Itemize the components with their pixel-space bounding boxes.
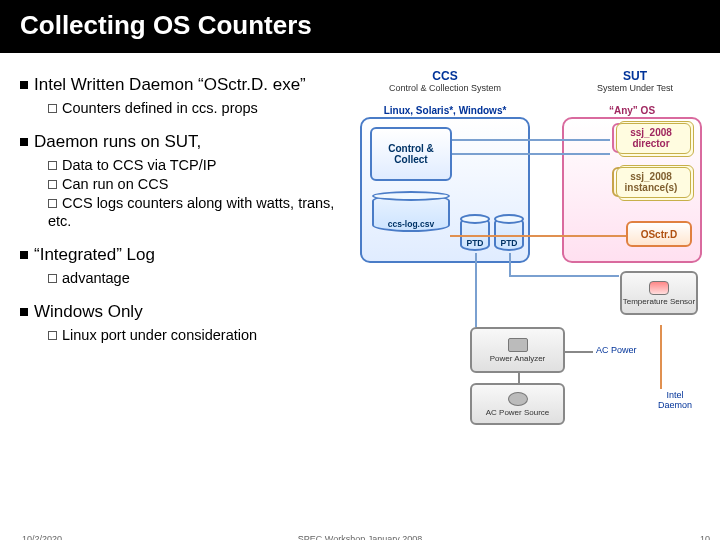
temp-sensor-box: Temperature Sensor <box>620 271 698 315</box>
conn-ptd-analyzer-1 <box>475 253 477 327</box>
bullet-1: Intel Written Daemon “OSctr.D. exe” <box>20 75 350 95</box>
bullet-1-text: Intel Written Daemon “OSctr.D. exe” <box>34 75 306 94</box>
control-collect-box: Control & Collect <box>370 127 452 181</box>
csv-cylinder: ccs-log.csv <box>372 194 450 232</box>
power-analyzer-box: Power Analyzer <box>470 327 565 373</box>
bullet-2c: CCS logs counters along with watts, tran… <box>48 194 350 232</box>
ptd-left-2: PTD <box>494 217 524 251</box>
ac-power-label: AC Power <box>596 345 637 355</box>
analyzer-icon <box>508 338 528 352</box>
conn-analyzer-source <box>518 373 520 383</box>
plug-icon <box>508 392 528 406</box>
intel-daemon-line <box>660 325 662 389</box>
footer-date: 10/2/2020 <box>22 534 62 540</box>
bullet-4a: Linux port under consideration <box>48 326 350 345</box>
ptd-left-1: PTD <box>460 217 490 251</box>
bullet-2a: Data to CCS via TCP/IP <box>48 156 350 175</box>
osctrd-box: OSctr.D <box>626 221 692 247</box>
bullet-3: “Integrated” Log <box>20 245 350 265</box>
footer-mid: SPEC Workshop January 2008 <box>298 534 422 540</box>
architecture-diagram: CCS Control & Collection System SUT Syst… <box>350 69 705 429</box>
bullet-column: Intel Written Daemon “OSctr.D. exe” Coun… <box>20 67 350 429</box>
arrow-csv-to-osctrd <box>450 235 626 237</box>
bullet-3a: advantage <box>48 269 350 288</box>
slide-title: Collecting OS Counters <box>0 0 720 53</box>
ssj-director-box: ssj_2008 director <box>612 123 690 153</box>
bullet-1a: Counters defined in ccs. props <box>48 99 350 118</box>
ccs-header: CCS Control & Collection System <box>380 69 510 93</box>
thermometer-icon <box>649 281 669 295</box>
slide-content: Intel Written Daemon “OSctr.D. exe” Coun… <box>0 53 720 429</box>
arrow-control-to-director <box>452 139 610 141</box>
arrow-ac-power <box>565 351 593 353</box>
conn-ptd-temp-h <box>509 275 619 277</box>
intel-daemon-label: Intel Daemon <box>650 391 700 411</box>
conn-ptd-temp <box>509 253 511 275</box>
sut-header: SUT System Under Test <box>570 69 700 93</box>
ssj-instances-box: ssj_2008 instance(s) <box>612 167 690 197</box>
bullet-4: Windows Only <box>20 302 350 322</box>
ac-power-source-box: AC Power Source <box>470 383 565 425</box>
bullet-2b: Can run on CCS <box>48 175 350 194</box>
arrow-control-to-instances <box>452 153 610 155</box>
bullet-2: Daemon runs on SUT, <box>20 132 350 152</box>
footer-page: 10 <box>700 534 710 540</box>
